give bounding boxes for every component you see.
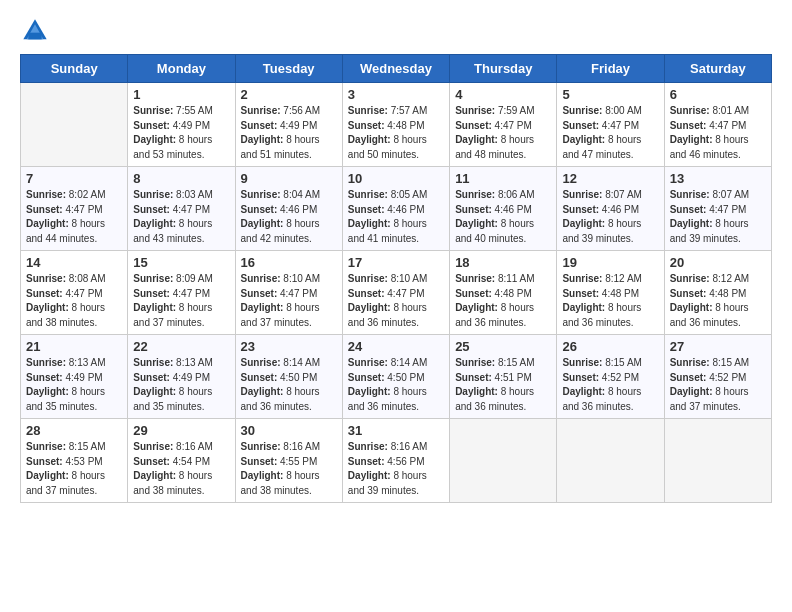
day-info: Sunrise: 8:10 AMSunset: 4:47 PMDaylight:… [241,272,337,330]
calendar-day-cell: 14Sunrise: 8:08 AMSunset: 4:47 PMDayligh… [21,251,128,335]
day-number: 9 [241,171,337,186]
calendar-container: SundayMondayTuesdayWednesdayThursdayFrid… [0,0,792,612]
calendar-day-header: Monday [128,55,235,83]
calendar-day-cell: 30Sunrise: 8:16 AMSunset: 4:55 PMDayligh… [235,419,342,503]
calendar-day-cell [664,419,771,503]
day-number: 6 [670,87,766,102]
day-info: Sunrise: 8:11 AMSunset: 4:48 PMDaylight:… [455,272,551,330]
day-info: Sunrise: 8:13 AMSunset: 4:49 PMDaylight:… [133,356,229,414]
day-number: 1 [133,87,229,102]
day-info: Sunrise: 8:05 AMSunset: 4:46 PMDaylight:… [348,188,444,246]
calendar-day-cell: 29Sunrise: 8:16 AMSunset: 4:54 PMDayligh… [128,419,235,503]
day-number: 19 [562,255,658,270]
day-number: 22 [133,339,229,354]
day-number: 24 [348,339,444,354]
day-number: 20 [670,255,766,270]
calendar-day-cell: 16Sunrise: 8:10 AMSunset: 4:47 PMDayligh… [235,251,342,335]
day-info: Sunrise: 8:14 AMSunset: 4:50 PMDaylight:… [241,356,337,414]
day-info: Sunrise: 8:08 AMSunset: 4:47 PMDaylight:… [26,272,122,330]
calendar-day-header: Friday [557,55,664,83]
calendar-day-cell: 3Sunrise: 7:57 AMSunset: 4:48 PMDaylight… [342,83,449,167]
calendar-day-cell: 8Sunrise: 8:03 AMSunset: 4:47 PMDaylight… [128,167,235,251]
calendar-day-cell: 18Sunrise: 8:11 AMSunset: 4:48 PMDayligh… [450,251,557,335]
day-number: 13 [670,171,766,186]
day-info: Sunrise: 7:57 AMSunset: 4:48 PMDaylight:… [348,104,444,162]
calendar-week-row: 1Sunrise: 7:55 AMSunset: 4:49 PMDaylight… [21,83,772,167]
calendar-day-cell: 24Sunrise: 8:14 AMSunset: 4:50 PMDayligh… [342,335,449,419]
calendar-day-cell: 9Sunrise: 8:04 AMSunset: 4:46 PMDaylight… [235,167,342,251]
calendar-day-cell: 1Sunrise: 7:55 AMSunset: 4:49 PMDaylight… [128,83,235,167]
calendar-header-row: SundayMondayTuesdayWednesdayThursdayFrid… [21,55,772,83]
calendar-day-header: Tuesday [235,55,342,83]
calendar-day-cell: 7Sunrise: 8:02 AMSunset: 4:47 PMDaylight… [21,167,128,251]
calendar-day-cell: 4Sunrise: 7:59 AMSunset: 4:47 PMDaylight… [450,83,557,167]
day-info: Sunrise: 8:12 AMSunset: 4:48 PMDaylight:… [670,272,766,330]
day-info: Sunrise: 8:15 AMSunset: 4:52 PMDaylight:… [562,356,658,414]
day-number: 15 [133,255,229,270]
calendar-day-cell [557,419,664,503]
calendar-day-cell: 23Sunrise: 8:14 AMSunset: 4:50 PMDayligh… [235,335,342,419]
calendar-day-cell: 10Sunrise: 8:05 AMSunset: 4:46 PMDayligh… [342,167,449,251]
day-info: Sunrise: 8:00 AMSunset: 4:47 PMDaylight:… [562,104,658,162]
calendar-day-cell: 27Sunrise: 8:15 AMSunset: 4:52 PMDayligh… [664,335,771,419]
day-number: 29 [133,423,229,438]
day-info: Sunrise: 8:02 AMSunset: 4:47 PMDaylight:… [26,188,122,246]
day-number: 8 [133,171,229,186]
calendar-day-cell: 21Sunrise: 8:13 AMSunset: 4:49 PMDayligh… [21,335,128,419]
day-info: Sunrise: 8:15 AMSunset: 4:51 PMDaylight:… [455,356,551,414]
calendar-day-cell [450,419,557,503]
calendar-day-cell: 28Sunrise: 8:15 AMSunset: 4:53 PMDayligh… [21,419,128,503]
day-number: 4 [455,87,551,102]
day-number: 7 [26,171,122,186]
day-info: Sunrise: 7:55 AMSunset: 4:49 PMDaylight:… [133,104,229,162]
calendar-day-cell: 13Sunrise: 8:07 AMSunset: 4:47 PMDayligh… [664,167,771,251]
logo-icon [20,16,50,46]
calendar-day-cell: 11Sunrise: 8:06 AMSunset: 4:46 PMDayligh… [450,167,557,251]
day-info: Sunrise: 7:56 AMSunset: 4:49 PMDaylight:… [241,104,337,162]
header-row [20,16,772,46]
day-info: Sunrise: 8:15 AMSunset: 4:52 PMDaylight:… [670,356,766,414]
day-info: Sunrise: 8:13 AMSunset: 4:49 PMDaylight:… [26,356,122,414]
day-number: 17 [348,255,444,270]
svg-rect-2 [28,33,41,40]
day-info: Sunrise: 8:12 AMSunset: 4:48 PMDaylight:… [562,272,658,330]
day-info: Sunrise: 8:16 AMSunset: 4:54 PMDaylight:… [133,440,229,498]
calendar-day-cell: 2Sunrise: 7:56 AMSunset: 4:49 PMDaylight… [235,83,342,167]
day-info: Sunrise: 8:03 AMSunset: 4:47 PMDaylight:… [133,188,229,246]
calendar-table: SundayMondayTuesdayWednesdayThursdayFrid… [20,54,772,503]
calendar-week-row: 21Sunrise: 8:13 AMSunset: 4:49 PMDayligh… [21,335,772,419]
day-info: Sunrise: 8:07 AMSunset: 4:47 PMDaylight:… [670,188,766,246]
day-number: 31 [348,423,444,438]
calendar-day-cell: 20Sunrise: 8:12 AMSunset: 4:48 PMDayligh… [664,251,771,335]
day-number: 28 [26,423,122,438]
calendar-day-cell: 25Sunrise: 8:15 AMSunset: 4:51 PMDayligh… [450,335,557,419]
calendar-day-cell [21,83,128,167]
calendar-week-row: 14Sunrise: 8:08 AMSunset: 4:47 PMDayligh… [21,251,772,335]
calendar-week-row: 28Sunrise: 8:15 AMSunset: 4:53 PMDayligh… [21,419,772,503]
day-number: 21 [26,339,122,354]
calendar-day-cell: 15Sunrise: 8:09 AMSunset: 4:47 PMDayligh… [128,251,235,335]
day-info: Sunrise: 8:14 AMSunset: 4:50 PMDaylight:… [348,356,444,414]
calendar-day-header: Wednesday [342,55,449,83]
day-info: Sunrise: 7:59 AMSunset: 4:47 PMDaylight:… [455,104,551,162]
calendar-day-header: Saturday [664,55,771,83]
day-info: Sunrise: 8:10 AMSunset: 4:47 PMDaylight:… [348,272,444,330]
day-info: Sunrise: 8:01 AMSunset: 4:47 PMDaylight:… [670,104,766,162]
day-info: Sunrise: 8:07 AMSunset: 4:46 PMDaylight:… [562,188,658,246]
calendar-day-cell: 6Sunrise: 8:01 AMSunset: 4:47 PMDaylight… [664,83,771,167]
day-number: 14 [26,255,122,270]
day-number: 25 [455,339,551,354]
calendar-day-cell: 19Sunrise: 8:12 AMSunset: 4:48 PMDayligh… [557,251,664,335]
day-info: Sunrise: 8:06 AMSunset: 4:46 PMDaylight:… [455,188,551,246]
day-number: 23 [241,339,337,354]
day-number: 30 [241,423,337,438]
calendar-day-cell: 22Sunrise: 8:13 AMSunset: 4:49 PMDayligh… [128,335,235,419]
day-number: 10 [348,171,444,186]
day-number: 18 [455,255,551,270]
logo [20,16,54,46]
day-number: 2 [241,87,337,102]
day-number: 26 [562,339,658,354]
day-info: Sunrise: 8:04 AMSunset: 4:46 PMDaylight:… [241,188,337,246]
day-number: 12 [562,171,658,186]
day-info: Sunrise: 8:15 AMSunset: 4:53 PMDaylight:… [26,440,122,498]
